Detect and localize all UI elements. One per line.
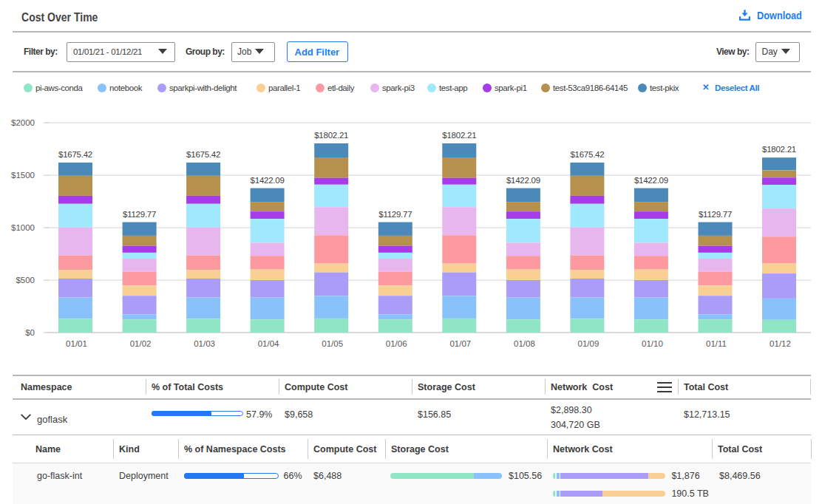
svg-text:01/09: 01/09 <box>578 339 599 348</box>
svg-text:$1129.77: $1129.77 <box>378 210 412 219</box>
svg-text:$1675.42: $1675.42 <box>58 150 92 159</box>
svg-text:$1802.21: $1802.21 <box>442 131 476 140</box>
svg-text:$1422.09: $1422.09 <box>506 176 540 185</box>
svg-text:01/01: 01/01 <box>66 339 87 348</box>
svg-text:$1422.09: $1422.09 <box>251 176 285 185</box>
svg-text:01/08: 01/08 <box>514 339 535 348</box>
svg-text:$1129.77: $1129.77 <box>699 210 732 219</box>
svg-text:$500: $500 <box>16 276 35 285</box>
svg-text:$1129.77: $1129.77 <box>123 210 156 219</box>
svg-text:01/07: 01/07 <box>449 339 471 348</box>
svg-text:01/05: 01/05 <box>322 339 343 348</box>
svg-text:$1802.21: $1802.21 <box>314 131 348 140</box>
svg-text:$1000: $1000 <box>11 223 35 232</box>
svg-text:$1500: $1500 <box>11 171 35 180</box>
svg-text:$1675.42: $1675.42 <box>186 150 220 159</box>
svg-text:$0: $0 <box>25 328 35 337</box>
svg-text:$2000: $2000 <box>11 118 35 127</box>
svg-text:$1675.42: $1675.42 <box>570 150 604 159</box>
svg-text:01/02: 01/02 <box>130 339 152 348</box>
svg-text:01/03: 01/03 <box>194 339 215 348</box>
svg-text:01/10: 01/10 <box>642 339 663 348</box>
svg-text:01/11: 01/11 <box>706 339 727 348</box>
svg-text:01/12: 01/12 <box>770 339 791 348</box>
svg-text:01/04: 01/04 <box>258 339 279 348</box>
svg-text:$1802.21: $1802.21 <box>762 145 796 154</box>
svg-text:$1422.09: $1422.09 <box>634 176 668 185</box>
svg-text:01/06: 01/06 <box>386 339 407 348</box>
